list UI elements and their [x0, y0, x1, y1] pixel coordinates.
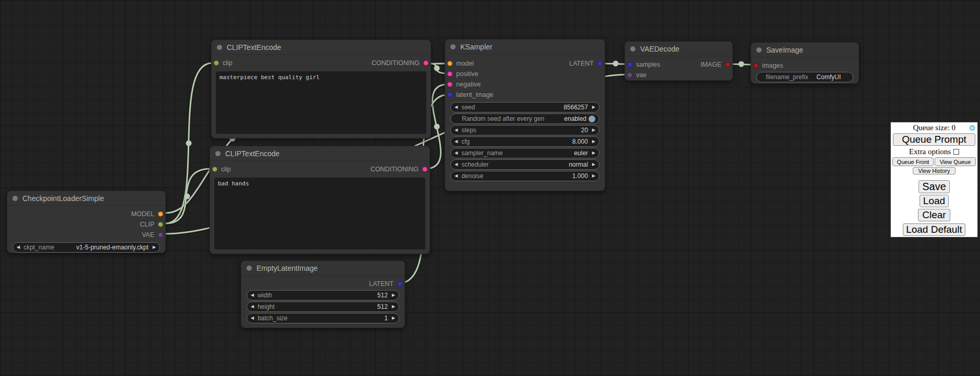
vae-input-port[interactable]	[627, 72, 632, 78]
queue-prompt-button[interactable]: Queue Prompt	[893, 133, 975, 146]
prompt-textarea[interactable]: bad hands	[214, 178, 425, 249]
clip-input-port[interactable]	[214, 60, 219, 66]
widget-label: batch_size	[258, 315, 287, 322]
decrement-arrow-icon[interactable]: ◀	[251, 316, 254, 320]
node-title-bar[interactable]: VAEDecode	[625, 42, 732, 56]
model-output-port[interactable]	[158, 211, 163, 217]
load-button[interactable]: Load	[920, 195, 949, 207]
decrement-arrow-icon[interactable]: ◀	[455, 140, 458, 144]
collapse-dot-icon[interactable]	[13, 196, 18, 201]
link-midpoint-dot	[434, 66, 440, 71]
output-label: CONDITIONING	[372, 59, 420, 67]
increment-arrow-icon[interactable]: ▶	[592, 174, 595, 178]
node-title: CLIPTextEncode	[225, 149, 279, 158]
increment-arrow-icon[interactable]: ▶	[392, 305, 395, 309]
output-label: LATENT	[569, 60, 594, 67]
samples-input-port[interactable]	[627, 62, 632, 67]
widget-value: euler	[574, 149, 588, 157]
clip-input-port[interactable]	[212, 167, 217, 172]
node-clip-text-encode-negative[interactable]: CLIPTextEncode clip CONDITIONING bad han…	[210, 146, 430, 254]
input-label: latent_image	[456, 91, 494, 98]
node-checkpoint-loader[interactable]: CheckpointLoaderSimple MODEL CLIP VAE	[7, 191, 166, 253]
scheduler-widget[interactable]: ◀ scheduler normal ▶	[450, 159, 599, 170]
latent-output-port[interactable]	[397, 281, 402, 286]
queue-front-button[interactable]: Queue Front	[892, 157, 934, 166]
seed-widget[interactable]: ◀ seed 8566257 ▶	[450, 102, 599, 112]
decrement-arrow-icon[interactable]: ◀	[17, 245, 20, 249]
clip-output-port[interactable]	[158, 222, 163, 227]
save-button[interactable]: Save	[918, 180, 950, 193]
widget-value: 8566257	[564, 104, 588, 111]
collapse-dot-icon[interactable]	[215, 151, 220, 156]
extra-options-checkbox[interactable]	[953, 149, 959, 155]
collapse-dot-icon[interactable]	[630, 46, 635, 52]
widget-value: ComfyUI	[816, 73, 841, 81]
node-title-bar[interactable]: CLIPTextEncode	[212, 40, 431, 55]
prompt-textarea[interactable]: masterpiece best quality girl	[216, 71, 426, 134]
conditioning-output-port[interactable]	[423, 60, 428, 66]
increment-arrow-icon[interactable]: ▶	[392, 293, 395, 297]
image-output-port[interactable]	[725, 62, 730, 67]
node-title-bar[interactable]: EmptyLatentImage	[241, 261, 405, 275]
increment-arrow-icon[interactable]: ▶	[592, 151, 595, 155]
node-title-bar[interactable]: SaveImage	[751, 43, 859, 57]
node-empty-latent-image[interactable]: EmptyLatentImage LATENT ◀ width 512 ▶ ◀ …	[241, 260, 405, 328]
clear-button[interactable]: Clear	[918, 209, 950, 221]
node-title-bar[interactable]: CheckpointLoaderSimple	[7, 191, 165, 206]
decrement-arrow-icon[interactable]: ◀	[455, 128, 458, 132]
widget-value: 1.000	[572, 172, 588, 180]
latent-image-input-port[interactable]	[447, 92, 452, 97]
node-save-image[interactable]: SaveImage images filename_prefix ComfyUI	[751, 42, 859, 84]
random-seed-toggle-widget[interactable]: Random seed after every gen enabled	[450, 114, 599, 124]
link-midpoint-dot	[613, 61, 619, 67]
collapse-dot-icon[interactable]	[756, 47, 762, 53]
images-input-port[interactable]	[753, 63, 758, 68]
output-label: CONDITIONING	[371, 166, 419, 173]
denoise-widget[interactable]: ◀ denoise 1.000 ▶	[450, 171, 599, 181]
link-clip-to-negative-encode	[166, 169, 211, 223]
node-title-bar[interactable]: KSampler	[445, 40, 605, 54]
height-widget[interactable]: ◀ height 512 ▶	[247, 302, 399, 312]
cfg-widget[interactable]: ◀ cfg 8.000 ▶	[450, 136, 599, 147]
node-graph-canvas[interactable]: CheckpointLoaderSimple MODEL CLIP VAE	[0, 0, 980, 376]
increment-arrow-icon[interactable]: ▶	[592, 162, 595, 167]
decrement-arrow-icon[interactable]: ◀	[455, 162, 458, 167]
node-clip-text-encode-positive[interactable]: CLIPTextEncode clip CONDITIONING masterp…	[211, 40, 431, 139]
filename-prefix-widget[interactable]: filename_prefix ComfyUI	[756, 72, 853, 82]
node-ksampler[interactable]: KSampler model LATENT positive	[445, 39, 605, 191]
width-widget[interactable]: ◀ width 512 ▶	[247, 290, 399, 300]
widget-label: scheduler	[461, 161, 488, 168]
decrement-arrow-icon[interactable]: ◀	[455, 151, 458, 155]
conditioning-output-port[interactable]	[422, 167, 427, 172]
collapse-dot-icon[interactable]	[247, 266, 252, 271]
settings-gear-icon[interactable]: ⚙	[969, 124, 976, 132]
decrement-arrow-icon[interactable]: ◀	[251, 305, 254, 309]
node-vae-decode[interactable]: VAEDecode samples IMAGE vae	[624, 41, 733, 81]
batch-size-widget[interactable]: ◀ batch_size 1 ▶	[247, 313, 399, 323]
increment-arrow-icon[interactable]: ▶	[392, 316, 395, 320]
increment-arrow-icon[interactable]: ▶	[153, 245, 156, 249]
output-label: CLIP	[140, 221, 154, 228]
decrement-arrow-icon[interactable]: ◀	[251, 293, 254, 297]
decrement-arrow-icon[interactable]: ◀	[455, 174, 458, 178]
latent-output-port[interactable]	[597, 61, 603, 66]
sampler-name-widget[interactable]: ◀ sampler_name euler ▶	[450, 148, 599, 158]
decrement-arrow-icon[interactable]: ◀	[455, 105, 458, 109]
view-queue-button[interactable]: View Queue	[935, 157, 976, 166]
input-label: clip	[221, 166, 231, 173]
increment-arrow-icon[interactable]: ▶	[592, 128, 595, 132]
toggle-dot-icon[interactable]	[589, 116, 595, 122]
vae-output-port[interactable]	[158, 232, 163, 237]
increment-arrow-icon[interactable]: ▶	[592, 140, 595, 144]
model-input-port[interactable]	[447, 61, 452, 66]
positive-input-port[interactable]	[447, 71, 452, 77]
collapse-dot-icon[interactable]	[450, 44, 456, 49]
negative-input-port[interactable]	[447, 82, 452, 87]
node-title-bar[interactable]: CLIPTextEncode	[210, 146, 430, 161]
ckpt-name-widget[interactable]: ◀ ckpt_name v1-5-pruned-emaonly.ckpt ▶	[13, 242, 160, 253]
view-history-button[interactable]: View History	[913, 167, 956, 174]
collapse-dot-icon[interactable]	[217, 45, 222, 50]
load-default-button[interactable]: Load Default	[903, 223, 965, 236]
increment-arrow-icon[interactable]: ▶	[592, 105, 595, 109]
steps-widget[interactable]: ◀ steps 20 ▶	[450, 125, 599, 135]
